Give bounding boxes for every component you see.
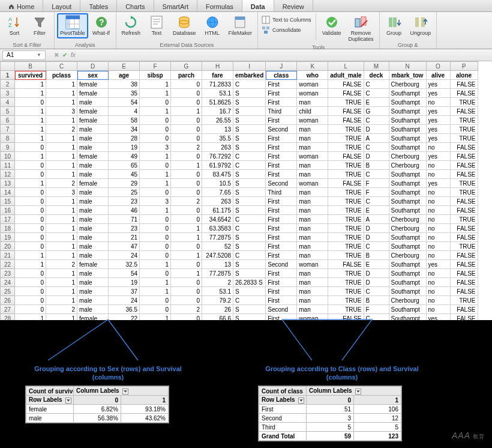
cell[interactable]: 0 — [171, 98, 202, 107]
col-header[interactable]: M — [364, 62, 389, 71]
cell[interactable]: man — [297, 251, 328, 260]
cell[interactable]: First — [266, 197, 297, 206]
cell[interactable]: 263 — [202, 143, 233, 152]
cell[interactable]: 1 — [46, 287, 77, 296]
cell[interactable]: 1 — [140, 179, 171, 188]
cell[interactable]: male — [77, 305, 109, 314]
spreadsheet-grid[interactable]: BCDEFGHIJKLMNOP1survivedpclasssexagesibs… — [0, 61, 492, 350]
cell[interactable]: 10.5 — [202, 179, 233, 188]
cell[interactable]: male — [77, 233, 109, 242]
cell[interactable]: male — [77, 125, 109, 134]
cell[interactable]: First — [266, 278, 297, 287]
tab-data[interactable]: Data — [242, 0, 274, 11]
cell[interactable]: S — [233, 170, 266, 179]
header-cell[interactable]: class — [266, 71, 297, 80]
cell[interactable]: Second — [266, 125, 297, 134]
cell[interactable]: Second — [266, 260, 297, 269]
cell[interactable]: FALSE — [450, 152, 478, 161]
cell[interactable]: TRUE — [328, 251, 364, 260]
cell[interactable]: 71.2833 — [202, 80, 233, 89]
cell[interactable]: man — [297, 269, 328, 278]
cell[interactable]: Cherbourg — [389, 152, 426, 161]
ungroup-button[interactable]: Ungroup — [407, 13, 434, 38]
row-header[interactable]: 11 — [1, 161, 15, 170]
col-header[interactable]: N — [389, 62, 426, 71]
group-button[interactable]: Group — [382, 13, 406, 38]
cell[interactable]: 0 — [171, 152, 202, 161]
cell[interactable]: TRUE — [328, 206, 364, 215]
cell[interactable]: FALSE — [450, 80, 478, 89]
cell[interactable]: 0 — [15, 305, 46, 314]
header-cell[interactable]: pclass — [46, 71, 77, 80]
cell[interactable]: 0 — [15, 296, 46, 305]
cell[interactable]: 28 — [109, 134, 140, 143]
cell[interactable]: 0 — [140, 296, 171, 305]
cell[interactable]: 0 — [140, 233, 171, 242]
tab-formulas[interactable]: Formulas — [197, 0, 242, 11]
row-header[interactable]: 17 — [1, 215, 15, 224]
cell[interactable]: 1 — [46, 224, 77, 233]
row-header[interactable]: 19 — [1, 233, 15, 242]
cell[interactable]: FALSE — [328, 179, 364, 188]
cell[interactable]: 3 — [46, 107, 77, 116]
header-cell[interactable]: deck — [364, 71, 389, 80]
cell[interactable]: First — [266, 206, 297, 215]
cell[interactable]: TRUE — [328, 224, 364, 233]
cell[interactable]: 0 — [171, 170, 202, 179]
cell[interactable]: 63.3583 — [202, 224, 233, 233]
header-cell[interactable]: alone — [450, 71, 478, 80]
cell[interactable]: man — [297, 305, 328, 314]
cell[interactable]: woman — [297, 152, 328, 161]
cell[interactable]: man — [297, 98, 328, 107]
cell[interactable]: C — [364, 143, 389, 152]
cell[interactable]: 1 — [46, 251, 77, 260]
cell[interactable]: C — [364, 89, 389, 98]
cell[interactable]: Southampt — [389, 278, 426, 287]
cell[interactable]: yes — [426, 125, 450, 134]
cell[interactable]: E — [364, 98, 389, 107]
cell[interactable]: male — [77, 98, 109, 107]
cell[interactable]: 58 — [109, 116, 140, 125]
row-header[interactable]: 9 — [1, 143, 15, 152]
cell[interactable]: 45 — [109, 170, 140, 179]
col-header[interactable]: B — [15, 62, 46, 71]
header-cell[interactable]: mbark_tow — [389, 71, 426, 80]
cell[interactable]: TRUE — [450, 188, 478, 197]
cell[interactable]: 1 — [46, 206, 77, 215]
pivot-button[interactable]: PivotTable — [57, 13, 88, 38]
text-button[interactable]: Text — [145, 13, 169, 38]
cell[interactable]: 29 — [109, 179, 140, 188]
cell[interactable]: First — [266, 134, 297, 143]
filemaker-button[interactable]: FileMaker — [226, 13, 256, 38]
cell[interactable]: 2 — [46, 260, 77, 269]
cell[interactable]: C — [364, 197, 389, 206]
cell[interactable]: Southampt — [389, 179, 426, 188]
cell[interactable]: man — [297, 125, 328, 134]
cell[interactable]: 1 — [15, 179, 46, 188]
cell[interactable]: FALSE — [450, 278, 478, 287]
cell[interactable]: 79.2 — [202, 296, 233, 305]
header-cell[interactable]: who — [297, 71, 328, 80]
cell[interactable]: 77.2875 — [202, 233, 233, 242]
row-header[interactable]: 6 — [1, 116, 15, 125]
cell[interactable]: 0 — [171, 206, 202, 215]
cell[interactable]: 3 — [140, 143, 171, 152]
cell[interactable]: C — [364, 242, 389, 251]
cell[interactable]: 77.2875 — [202, 269, 233, 278]
cell[interactable]: 0 — [171, 134, 202, 143]
cell[interactable]: 0 — [171, 260, 202, 269]
cell[interactable]: 0 — [171, 80, 202, 89]
cell[interactable]: Second — [266, 179, 297, 188]
cell[interactable]: woman — [297, 80, 328, 89]
cell[interactable]: TRUE — [450, 242, 478, 251]
cell[interactable]: 1 — [46, 161, 77, 170]
cell[interactable]: no — [426, 206, 450, 215]
cell[interactable]: FALSE — [328, 152, 364, 161]
col-header[interactable]: K — [297, 62, 328, 71]
cell[interactable]: S — [233, 188, 266, 197]
cell[interactable]: 2 — [46, 125, 77, 134]
cell[interactable]: no — [426, 215, 450, 224]
cell[interactable]: yes — [426, 89, 450, 98]
cell[interactable]: S — [233, 143, 266, 152]
row-header[interactable]: 8 — [1, 134, 15, 143]
